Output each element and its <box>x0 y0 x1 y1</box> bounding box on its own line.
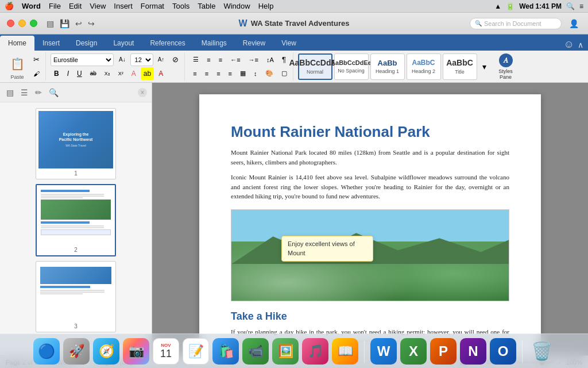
tab-review[interactable]: Review <box>235 36 273 51</box>
tab-view[interactable]: View <box>273 36 304 51</box>
edit-menu[interactable]: Edit <box>69 2 82 10</box>
font-family-select[interactable]: Eurostile <box>51 53 114 66</box>
sort-button[interactable]: ↕A <box>263 53 277 66</box>
table-menu[interactable]: Table <box>198 2 215 10</box>
emoji-button[interactable]: ☺ <box>564 39 574 51</box>
sidebar-search-icon[interactable]: 🔍 <box>47 86 60 99</box>
subscript-button[interactable]: X₂ <box>101 67 114 80</box>
tab-layout[interactable]: Layout <box>105 36 142 51</box>
highlight-button[interactable]: ab <box>141 67 154 80</box>
tab-insert[interactable]: Insert <box>34 36 68 51</box>
save-icon[interactable]: 💾 <box>57 18 72 29</box>
borders-button[interactable]: ▢ <box>278 67 291 80</box>
dock-outlook[interactable]: O <box>490 338 516 365</box>
dock-calendar[interactable]: NOV 11 <box>153 338 179 365</box>
dock-reminders[interactable]: 📝 <box>183 338 209 365</box>
dock-photos2[interactable]: 🖼️ <box>272 338 299 365</box>
style-heading2-preview: AaBbC <box>412 59 435 67</box>
dock-facetime[interactable]: 📹 <box>242 338 269 365</box>
decrease-font-button[interactable]: A↓ <box>115 53 129 66</box>
dock-launchpad[interactable]: 🚀 <box>63 338 90 365</box>
app-name[interactable]: Word <box>22 2 41 10</box>
thumb-2-content <box>39 187 113 245</box>
bullets-button[interactable]: ☰ <box>189 53 202 66</box>
tools-menu[interactable]: Tools <box>172 2 189 10</box>
pages-icon[interactable]: ▤ <box>44 18 56 29</box>
sidebar-pages-icon[interactable]: ▤ <box>5 86 16 99</box>
redo-icon[interactable]: ↪ <box>86 18 97 29</box>
minimize-button[interactable] <box>18 20 26 27</box>
text-color-button[interactable]: A <box>155 67 167 80</box>
style-heading2[interactable]: AaBbC Heading 2 <box>407 53 441 80</box>
dock-onenote[interactable]: N <box>460 338 486 365</box>
show-marks-button[interactable]: ¶ <box>278 53 289 66</box>
dock-trash[interactable]: 🗑️ <box>528 338 555 365</box>
tab-references[interactable]: References <box>142 36 193 51</box>
style-heading1[interactable]: AaBb Heading 1 <box>370 53 405 80</box>
page-thumbnail-1[interactable]: Exploring thePacific Northwest WA State … <box>36 108 116 179</box>
numbering-button[interactable]: ≡ <box>203 53 214 66</box>
shading-button[interactable]: 🎨 <box>262 67 277 80</box>
italic-button[interactable]: I <box>64 67 72 80</box>
search-icon[interactable]: 🔍 <box>566 2 575 10</box>
align-center-button[interactable]: ≡ <box>202 67 212 80</box>
multilevel-list-button[interactable]: ≡ <box>215 53 226 66</box>
decrease-indent-button[interactable]: ←≡ <box>227 53 243 66</box>
style-nospacing[interactable]: AaBbCcDdEe No Spacing <box>334 53 369 80</box>
tab-mailings[interactable]: Mailings <box>194 36 235 51</box>
notification-icon[interactable]: ≡ <box>579 2 583 10</box>
clear-format-button[interactable]: ⊘ <box>169 53 182 66</box>
sidebar-edit-icon[interactable]: ✏ <box>33 86 44 99</box>
increase-indent-button[interactable]: →≡ <box>245 53 262 66</box>
file-menu[interactable]: File <box>49 2 61 10</box>
wifi-icon[interactable]: ▲ <box>494 2 501 10</box>
dock-books[interactable]: 📖 <box>332 338 358 365</box>
format-painter[interactable]: 🖌 <box>30 67 43 80</box>
format-menu[interactable]: Format <box>141 2 164 10</box>
document-area[interactable]: Mount Rainier National Park Mount Rainie… <box>152 83 588 355</box>
dock-finder[interactable]: 🔵 <box>33 338 60 365</box>
increase-font-button[interactable]: A↑ <box>154 53 168 66</box>
dock-powerpoint[interactable]: P <box>430 338 457 365</box>
close-button[interactable] <box>7 20 14 27</box>
style-normal[interactable]: AaBbCcDdEe Normal <box>298 53 332 80</box>
paste-button[interactable]: 📋 <box>6 53 29 74</box>
view-menu[interactable]: View <box>90 2 106 10</box>
sidebar-close-button[interactable]: × <box>138 88 147 97</box>
help-menu[interactable]: Help <box>258 2 274 10</box>
style-title[interactable]: AaBbC Title <box>443 53 477 80</box>
window-menu[interactable]: Window <box>223 2 250 10</box>
dock-photos[interactable]: 📷 <box>123 338 149 365</box>
undo-icon[interactable]: ↩ <box>73 18 84 29</box>
search-box[interactable]: 🔍 Search in Document <box>470 18 562 29</box>
justify-button[interactable]: ≡ <box>225 67 235 80</box>
font-size-select[interactable]: 12 <box>130 53 153 66</box>
dock-word[interactable]: W <box>370 338 397 365</box>
underline-button[interactable]: U <box>74 67 86 80</box>
share-button[interactable]: 👤 <box>566 16 581 31</box>
page-thumbnail-3[interactable]: 3 <box>36 261 116 332</box>
sidebar-list-icon[interactable]: ☰ <box>19 86 30 99</box>
maximize-button[interactable] <box>30 20 37 27</box>
dock-appstore[interactable]: 🛍️ <box>212 338 239 365</box>
page-thumbnail-2[interactable]: 2 <box>36 184 116 256</box>
align-right-button[interactable]: ≡ <box>213 67 223 80</box>
tab-home[interactable]: Home <box>0 36 34 51</box>
columns-button[interactable]: ▦ <box>237 67 249 80</box>
ribbon-collapse[interactable]: ∧ <box>578 40 583 49</box>
superscript-button[interactable]: X² <box>115 67 127 80</box>
cut-button[interactable]: ✂ <box>30 53 43 66</box>
dock-safari[interactable]: 🧭 <box>93 338 119 365</box>
font-color-button[interactable]: A <box>128 67 140 80</box>
line-spacing-button[interactable]: ↕ <box>250 67 261 80</box>
strikethrough-button[interactable]: ab <box>87 67 100 80</box>
insert-menu[interactable]: Insert <box>114 2 133 10</box>
dock-excel[interactable]: X <box>400 338 427 365</box>
align-left-button[interactable]: ≡ <box>189 67 200 80</box>
dock-music[interactable]: 🎵 <box>302 338 328 365</box>
tab-design[interactable]: Design <box>68 36 105 51</box>
apple-menu[interactable]: 🍎 <box>5 2 14 10</box>
bold-button[interactable]: B <box>51 67 63 80</box>
styles-more-button[interactable]: ▾ <box>479 60 490 73</box>
styles-pane-button[interactable]: 𝐴 StylesPane <box>492 53 520 80</box>
